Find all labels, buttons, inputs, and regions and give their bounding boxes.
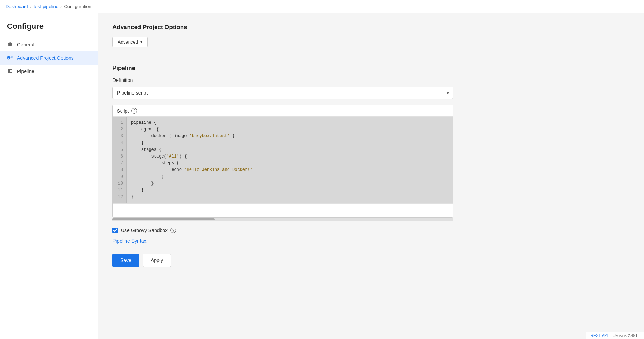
script-container: Script ? 123456789101112 pipeline { agen… xyxy=(112,105,453,218)
sidebar-item-general-label: General xyxy=(17,42,34,47)
apply-button[interactable]: Apply xyxy=(143,254,171,267)
chevron-down-icon: ▾ xyxy=(140,40,142,44)
code-content[interactable]: pipeline { agent { docker { image 'busyb… xyxy=(127,117,453,203)
groovy-sandbox-label: Use Groovy Sandbox xyxy=(121,228,168,233)
sidebar-item-advanced[interactable]: Advanced Project Options xyxy=(0,51,98,65)
save-button[interactable]: Save xyxy=(112,254,139,267)
rest-api-link[interactable]: REST API xyxy=(591,333,608,338)
script-help-icon[interactable]: ? xyxy=(131,108,137,114)
sidebar-item-pipeline[interactable]: Pipeline xyxy=(0,65,98,78)
sidebar-item-advanced-label: Advanced Project Options xyxy=(17,55,74,61)
code-editor[interactable]: 123456789101112 pipeline { agent { docke… xyxy=(113,117,453,203)
section-divider xyxy=(112,56,471,56)
advanced-project-options-section: Advanced Project Options Advanced ▾ xyxy=(112,24,471,47)
scrollbar-thumb xyxy=(112,218,215,220)
wrench-icon xyxy=(7,55,13,61)
breadcrumb-current: Configuration xyxy=(64,4,91,9)
sidebar-item-general[interactable]: General xyxy=(0,38,98,51)
definition-select[interactable]: Pipeline script Pipeline script from SCM xyxy=(112,87,453,99)
advanced-button[interactable]: Advanced ▾ xyxy=(112,37,148,47)
pipe-icon xyxy=(7,68,13,75)
script-footer xyxy=(113,203,453,217)
script-label: Script xyxy=(117,108,129,114)
definition-label: Definition xyxy=(112,77,471,83)
advanced-section-title: Advanced Project Options xyxy=(112,24,471,31)
line-numbers: 123456789101112 xyxy=(113,117,127,203)
gear-icon xyxy=(7,41,13,48)
pipeline-syntax-link[interactable]: Pipeline Syntax xyxy=(112,238,147,244)
script-header: Script ? xyxy=(113,105,453,117)
page-title: Configure xyxy=(0,22,98,38)
breadcrumb-pipeline[interactable]: test-pipeline xyxy=(34,4,58,9)
breadcrumb: Dashboard › test-pipeline › Configuratio… xyxy=(0,0,644,13)
footer-bar: REST API Jenkins 2.491.r xyxy=(586,332,644,339)
jenkins-version: Jenkins 2.491.r xyxy=(613,333,640,338)
sidebar: Configure General Advanced Project Optio… xyxy=(0,13,98,339)
script-scrollbar[interactable] xyxy=(112,218,453,221)
definition-select-wrapper: Pipeline script Pipeline script from SCM… xyxy=(112,87,453,99)
groovy-sandbox-row: Use Groovy Sandbox ? xyxy=(112,228,471,233)
buttons-row: Save Apply xyxy=(112,254,471,267)
breadcrumb-dashboard[interactable]: Dashboard xyxy=(6,4,28,9)
groovy-sandbox-help-icon[interactable]: ? xyxy=(170,228,176,233)
pipeline-section-title: Pipeline xyxy=(112,65,471,72)
main-content: Advanced Project Options Advanced ▾ Pipe… xyxy=(98,13,485,339)
sidebar-item-pipeline-label: Pipeline xyxy=(17,69,34,74)
groovy-sandbox-checkbox[interactable] xyxy=(112,228,118,233)
pipeline-section: Pipeline Definition Pipeline script Pipe… xyxy=(112,65,471,267)
